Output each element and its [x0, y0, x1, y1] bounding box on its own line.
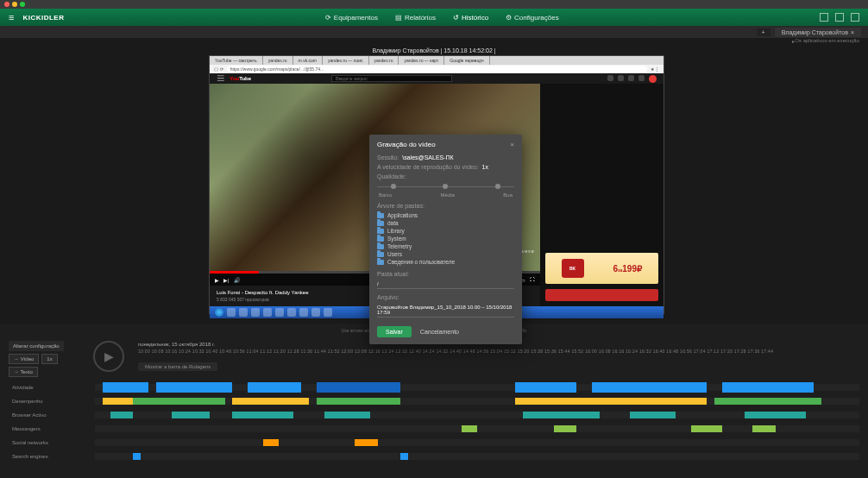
messengers-track[interactable]	[95, 425, 859, 432]
current-folder-label: Pasta atual:	[377, 271, 514, 277]
ad-brand-logo: BK	[562, 259, 584, 278]
maximize-window-icon[interactable]	[20, 2, 25, 7]
avatar[interactable]	[649, 75, 657, 83]
notifications-icon[interactable]	[638, 75, 645, 81]
taskbar-app-icon[interactable]	[324, 308, 332, 317]
add-tab-button[interactable]: +	[757, 28, 771, 36]
browser-tab[interactable]: YouTube — смотреть	[210, 56, 263, 65]
quality-slider[interactable]	[377, 186, 514, 187]
browser-tab[interactable]: m.vk.com	[293, 56, 323, 65]
folder-icon	[377, 260, 384, 265]
fullscreen-icon[interactable]: ⛶	[530, 277, 535, 282]
play-button[interactable]: ▶	[93, 341, 124, 372]
folder-item[interactable]: data	[377, 219, 514, 227]
speed-select[interactable]: 1x	[41, 354, 57, 364]
timeline-panel: Use arrows and CTRL + ← / → to navigate …	[0, 324, 868, 478]
start-button-icon[interactable]	[215, 308, 223, 317]
logo: KICKIDLER	[22, 14, 64, 22]
nav-item-historico[interactable]: ↺Histórico	[453, 14, 488, 22]
folder-icon	[377, 236, 384, 242]
search-track[interactable]	[95, 453, 859, 460]
running-apps-label[interactable]: Os aplicativos em execução	[795, 38, 859, 47]
messages-icon[interactable]	[628, 75, 634, 81]
ad-cta-button[interactable]	[545, 289, 658, 301]
folder-icon	[377, 244, 384, 249]
apps-icon[interactable]	[618, 75, 624, 81]
close-window-icon[interactable]	[4, 2, 9, 7]
folder-icon	[377, 229, 384, 234]
folder-tree: Applications data Library System Telemet…	[377, 211, 514, 266]
taskbar-app-icon[interactable]	[239, 308, 248, 317]
text-select[interactable]: → Texto	[9, 367, 38, 377]
folder-item[interactable]: Applications	[377, 211, 514, 219]
folder-item[interactable]: Сведения о пользователе	[377, 258, 514, 266]
taskbar-app-icon[interactable]	[299, 308, 308, 317]
next-icon[interactable]: ▶|	[223, 277, 230, 283]
youtube-search-input[interactable]: Введите запрос	[331, 75, 452, 82]
taskbar-app-icon[interactable]	[263, 308, 272, 317]
performance-track[interactable]	[95, 398, 859, 405]
folder-icon	[377, 213, 384, 218]
save-button[interactable]: Salvar	[377, 326, 412, 337]
browser-tab[interactable]: yandex.ru	[263, 56, 293, 65]
video-select[interactable]: → Vídeo	[9, 354, 39, 364]
folder-item[interactable]: Library	[377, 227, 514, 235]
taskbar-app-icon[interactable]	[287, 308, 296, 317]
upload-icon[interactable]	[607, 75, 613, 81]
social-track[interactable]	[95, 439, 859, 446]
session-bar: + Владимир Старовойтов ×	[0, 26, 868, 38]
close-icon[interactable]: ×	[851, 29, 854, 35]
taskbar-app-icon[interactable]	[275, 308, 284, 317]
taskbar-app-icon[interactable]	[227, 308, 236, 317]
nav-item-relatorios[interactable]: ▤Relatórios	[395, 14, 436, 22]
youtube-logo[interactable]: YouTube	[230, 76, 251, 81]
cancel-button[interactable]: Cancelamento	[417, 326, 462, 337]
menu-icon[interactable]: ≡	[9, 12, 14, 22]
folder-item[interactable]: Telemetry	[377, 242, 514, 250]
taskbar-app-icon[interactable]	[251, 308, 260, 317]
row-label: Browser Activo	[9, 412, 95, 418]
layout-icon[interactable]	[835, 13, 844, 22]
user-chip[interactable]: Владимир Старовойтов ×	[775, 28, 861, 37]
file-label: Arquivo:	[377, 294, 514, 300]
config-button[interactable]: Alterar configuração	[9, 341, 64, 351]
volume-icon[interactable]: 🔊	[234, 277, 240, 283]
row-label: Search engines	[9, 454, 95, 459]
tree-label: Árvore de pastas:	[377, 203, 514, 209]
row-label: Atividade	[9, 385, 95, 390]
activity-track[interactable]	[95, 384, 859, 391]
quality-label: Qualidade:	[377, 173, 406, 179]
ad-price: 6за199₽	[613, 264, 642, 274]
current-folder-input[interactable]: /	[377, 280, 514, 289]
fullscreen-icon[interactable]	[851, 13, 859, 22]
play-icon[interactable]: ▶	[215, 277, 219, 283]
recording-title: Владимир Старовойтов | 15.10.18 14:52:02…	[372, 47, 495, 53]
ad-banner[interactable]: BK 6за199₽	[545, 253, 658, 284]
nav-item-equipamentos[interactable]: ⟳Equipamentos	[325, 14, 378, 22]
minimize-window-icon[interactable]	[12, 2, 17, 7]
browser-tab[interactable]: yandex.ru — карт	[399, 56, 444, 65]
browser-tabs: YouTube — смотреть yandex.ru m.vk.com ya…	[210, 56, 664, 65]
nav-item-config[interactable]: ⚙Configurações	[506, 14, 559, 22]
browser-track[interactable]	[95, 412, 859, 418]
grid-icon[interactable]	[820, 13, 828, 22]
vevo-watermark: vevo	[522, 248, 535, 254]
folder-icon	[377, 221, 384, 226]
browser-tab[interactable]: yandex.ru — поис	[323, 56, 369, 65]
filename-input[interactable]: Старовойтов Владимир_15_10_2018 10.00 – …	[377, 303, 514, 318]
browser-tab[interactable]: yandex.ru	[369, 56, 399, 65]
modal-title: Gravação do vídeo	[377, 141, 436, 148]
timeline-ruler[interactable]: 10:00 10:08 10:16 10:24 10:32 10:40 10:4…	[138, 349, 859, 354]
row-label: Messangers	[9, 426, 95, 431]
video-sidebar: BK 6за199₽	[540, 84, 664, 306]
taskbar-app-icon[interactable]	[311, 308, 320, 317]
folder-item[interactable]: Users	[377, 250, 514, 258]
row-label: Social networks	[9, 440, 95, 445]
row-label: Desempenho	[9, 399, 95, 404]
modal-close-button[interactable]: ×	[510, 141, 514, 148]
browser-url-bar: ⟨ ⟩ ⟳ https://www.google.com/maps/place/…	[210, 65, 664, 73]
folder-item[interactable]: System	[377, 235, 514, 242]
toggle-scroll-button[interactable]: Mostrar a barra de Rolagens	[138, 362, 217, 371]
browser-tab[interactable]: Google переводч	[444, 56, 489, 65]
url-input[interactable]: https://www.google.com/maps/place/.../@5…	[227, 66, 647, 72]
